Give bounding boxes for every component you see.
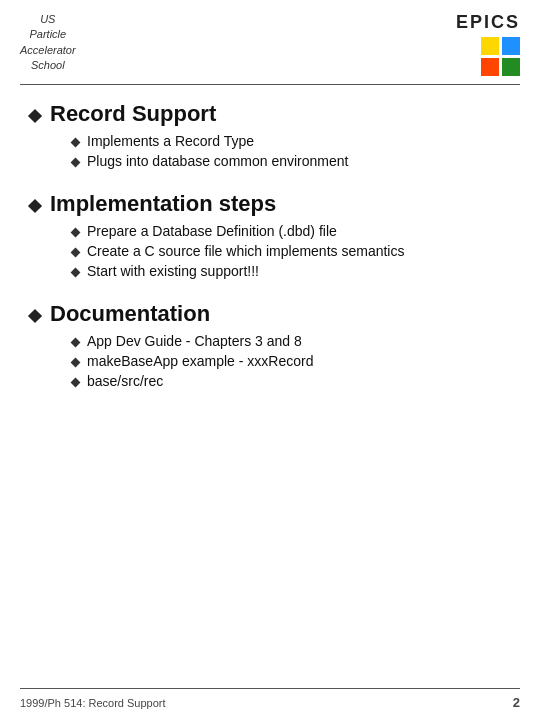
list-item: base/src/rec <box>72 373 510 389</box>
list-item: Plugs into database common environment <box>72 153 510 169</box>
list-item: Prepare a Database Definition (.dbd) fil… <box>72 223 510 239</box>
bullet-diamond-2 <box>28 199 42 213</box>
section-implementation-steps-title: Implementation steps <box>30 191 510 217</box>
sub-label-2-2: Create a C source file which implements … <box>87 243 404 259</box>
epics-block: EPICS <box>456 12 520 76</box>
header-divider <box>20 84 520 85</box>
square-yellow <box>481 37 499 55</box>
section-record-support-title: Record Support <box>30 101 510 127</box>
footer: 1999/Ph 514: Record Support 2 <box>20 688 520 710</box>
list-item: makeBaseApp example - xxxRecord <box>72 353 510 369</box>
square-green <box>502 58 520 76</box>
sub-bullet-1-1 <box>71 138 81 148</box>
epics-squares <box>481 37 520 76</box>
sub-bullet-2-2 <box>71 248 81 258</box>
bullet-diamond-1 <box>28 109 42 123</box>
sub-label-1-1: Implements a Record Type <box>87 133 254 149</box>
sub-label-2-3: Start with existing support!!! <box>87 263 259 279</box>
sub-bullet-2-1 <box>71 228 81 238</box>
sub-bullet-1-2 <box>71 158 81 168</box>
section-title-1: Record Support <box>50 101 216 127</box>
section-record-support: Record Support Implements a Record Type … <box>30 101 510 169</box>
logo-line2: Particle <box>29 28 66 40</box>
section-documentation: Documentation App Dev Guide - Chapters 3… <box>30 301 510 389</box>
header: US Particle Accelerator School EPICS <box>0 0 540 84</box>
section-1-sublist: Implements a Record Type Plugs into data… <box>30 133 510 169</box>
epics-label: EPICS <box>456 12 520 33</box>
sub-label-3-1: App Dev Guide - Chapters 3 and 8 <box>87 333 302 349</box>
footer-page-number: 2 <box>513 695 520 710</box>
sub-label-2-1: Prepare a Database Definition (.dbd) fil… <box>87 223 337 239</box>
logo-line4: School <box>31 59 65 71</box>
logo-line1: US <box>40 13 55 25</box>
list-item: Implements a Record Type <box>72 133 510 149</box>
section-documentation-title: Documentation <box>30 301 510 327</box>
main-content: Record Support Implements a Record Type … <box>0 101 540 389</box>
sub-bullet-2-3 <box>71 268 81 278</box>
footer-left-text: 1999/Ph 514: Record Support <box>20 697 166 709</box>
list-item: Create a C source file which implements … <box>72 243 510 259</box>
bullet-diamond-3 <box>28 309 42 323</box>
sub-bullet-3-3 <box>71 378 81 388</box>
square-red <box>481 58 499 76</box>
sub-label-3-3: base/src/rec <box>87 373 163 389</box>
sub-label-1-2: Plugs into database common environment <box>87 153 348 169</box>
section-title-3: Documentation <box>50 301 210 327</box>
list-item: App Dev Guide - Chapters 3 and 8 <box>72 333 510 349</box>
section-2-sublist: Prepare a Database Definition (.dbd) fil… <box>30 223 510 279</box>
sub-bullet-3-1 <box>71 338 81 348</box>
list-item: Start with existing support!!! <box>72 263 510 279</box>
section-3-sublist: App Dev Guide - Chapters 3 and 8 makeBas… <box>30 333 510 389</box>
logo-line3: Accelerator <box>20 44 76 56</box>
section-title-2: Implementation steps <box>50 191 276 217</box>
sub-bullet-3-2 <box>71 358 81 368</box>
sub-label-3-2: makeBaseApp example - xxxRecord <box>87 353 313 369</box>
section-implementation-steps: Implementation steps Prepare a Database … <box>30 191 510 279</box>
logo: US Particle Accelerator School <box>20 12 76 74</box>
square-blue <box>502 37 520 55</box>
